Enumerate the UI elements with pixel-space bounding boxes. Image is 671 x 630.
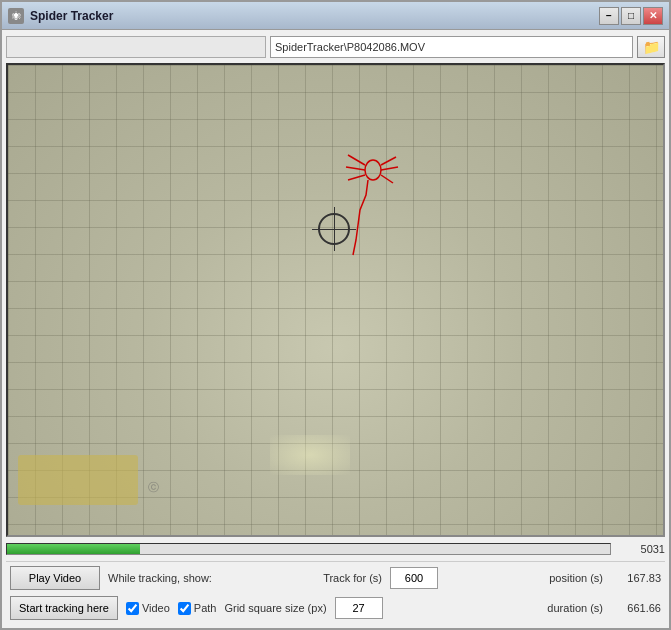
progress-value: 5031 [615, 543, 665, 555]
main-content: 📁 [2, 30, 669, 628]
grid-square-input[interactable] [335, 597, 383, 619]
close-button[interactable]: ✕ [643, 7, 663, 25]
window-title: Spider Tracker [30, 9, 599, 23]
open-folder-button[interactable]: 📁 [637, 36, 665, 58]
light-patch [270, 435, 350, 475]
video-checkbox[interactable] [126, 602, 139, 615]
file-path-input[interactable] [270, 36, 633, 58]
folder-icon: 📁 [643, 39, 660, 55]
duration-label: duration (s) [547, 602, 603, 614]
path-checkbox-label: Path [194, 602, 217, 614]
position-label: position (s) [549, 572, 603, 584]
track-for-label: Track for (s) [323, 572, 382, 584]
main-window: 🕷 Spider Tracker − □ ✕ 📁 [0, 0, 671, 630]
duration-value: 661.66 [611, 602, 661, 614]
progress-bar-area: 5031 [6, 540, 665, 558]
play-video-button[interactable]: Play Video [10, 566, 100, 590]
while-tracking-label: While tracking, show: [108, 572, 212, 584]
video-area: ⓒ [6, 63, 665, 537]
file-path-bar: 📁 [6, 34, 665, 60]
track-for-input[interactable] [390, 567, 438, 589]
maximize-button[interactable]: □ [621, 7, 641, 25]
start-tracking-button[interactable]: Start tracking here [10, 596, 118, 620]
grid-square-label: Grid square size (px) [224, 602, 326, 614]
yellow-patch [18, 455, 138, 505]
path-checkbox-group: Path [178, 602, 217, 615]
position-value: 167.83 [611, 572, 661, 584]
title-bar: 🕷 Spider Tracker − □ ✕ [2, 2, 669, 30]
minimize-button[interactable]: − [599, 7, 619, 25]
video-overlay-text: ⓒ [148, 480, 159, 495]
app-icon: 🕷 [8, 8, 24, 24]
controls-section: Play Video While tracking, show: Track f… [6, 561, 665, 624]
tracking-circle [318, 213, 350, 245]
path-checkbox[interactable] [178, 602, 191, 615]
video-checkbox-label: Video [142, 602, 170, 614]
progress-fill [7, 544, 140, 554]
progress-track[interactable] [6, 543, 611, 555]
video-checkbox-group: Video [126, 602, 170, 615]
window-controls: − □ ✕ [599, 7, 663, 25]
controls-row-2: Start tracking here Video Path Grid squa… [10, 594, 661, 622]
controls-row-1: Play Video While tracking, show: Track f… [10, 564, 661, 592]
